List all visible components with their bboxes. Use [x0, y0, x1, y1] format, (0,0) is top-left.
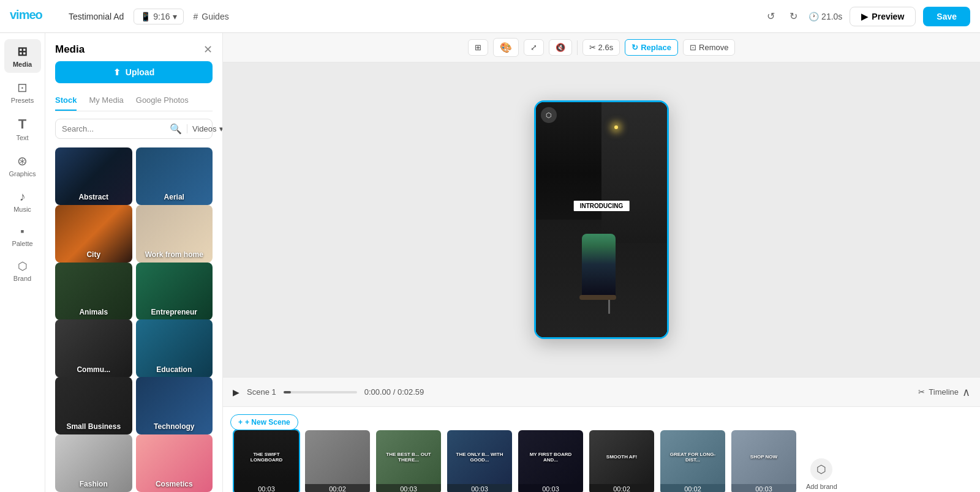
sidebar-item-text[interactable]: T Text	[4, 111, 41, 146]
scene-4-time: 00:03	[447, 484, 512, 493]
text-icon: T	[18, 116, 26, 132]
mute-icon: 🔇	[556, 43, 565, 52]
expand-icon: ⤢	[530, 43, 537, 52]
tab-stock[interactable]: Stock	[55, 91, 77, 111]
tab-my-media[interactable]: My Media	[89, 91, 123, 111]
preview-button[interactable]: ▶ Preview	[850, 7, 916, 26]
canvas-area: ⊞ 🎨 ⤢ 🔇 ✂ 2.6s ↻ Replace ⊡ Remove	[223, 33, 980, 492]
undo-button[interactable]: ↺	[763, 7, 778, 26]
scene-label: Scene 1	[247, 387, 276, 397]
add-brand-button[interactable]: ⬡ Add brand	[801, 453, 842, 493]
layout-icon: ⊞	[475, 43, 481, 52]
upload-icon: ⬆	[113, 67, 121, 77]
videos-dropdown[interactable]: Videos ▾	[187, 124, 223, 133]
replace-icon: ↻	[631, 43, 638, 52]
layout-button[interactable]: ⊞	[468, 39, 488, 56]
mute-button[interactable]: 🔇	[549, 39, 572, 56]
music-icon: ♪	[20, 190, 26, 204]
category-technology[interactable]: Technology	[136, 377, 213, 434]
timeline-toggle-button[interactable]: ∧	[962, 386, 970, 399]
media-panel-close-button[interactable]: ✕	[203, 43, 213, 56]
color-button[interactable]: 🎨	[493, 38, 519, 57]
device-selector[interactable]: 📱 9:16 ▾	[134, 9, 183, 24]
play-button[interactable]: ▶	[233, 387, 239, 397]
media-panel-title: Media	[55, 43, 85, 56]
category-cosmetics[interactable]: Cosmetics	[136, 434, 213, 492]
category-animals[interactable]: Animals	[55, 263, 132, 320]
progress-fill	[284, 391, 291, 393]
palette-icon: ▪	[20, 225, 24, 238]
expand-button[interactable]: ⤢	[524, 39, 544, 56]
logo: vimeo	[10, 8, 54, 25]
remove-button[interactable]: ⊡ Remove	[683, 39, 735, 56]
category-aerial[interactable]: Aerial	[136, 147, 213, 205]
sidebar-item-graphics[interactable]: ⊛ Graphics	[4, 149, 41, 182]
tab-google-photos[interactable]: Google Photos	[136, 91, 189, 111]
svg-text:vimeo: vimeo	[10, 8, 43, 21]
scene-5[interactable]: MY FIRST BOARD AND... 00:03	[517, 429, 584, 493]
search-input[interactable]	[62, 124, 165, 133]
upload-button[interactable]: ⬆ Upload	[55, 61, 213, 83]
scene-8-time: 00:03	[731, 484, 796, 493]
brand-icon: ⬡	[18, 259, 28, 273]
category-education[interactable]: Education	[136, 319, 213, 377]
category-abstract[interactable]: Abstract	[55, 147, 132, 205]
replace-button[interactable]: ↻ Replace	[625, 39, 678, 56]
scene-7[interactable]: GREAT FOR LONG-DIST... 00:02	[659, 429, 726, 493]
canvas-main: INTRODUCING ⬡	[223, 62, 980, 377]
timeline-scenes: THE SWIFT LONGBOARD 00:03 00:02 T	[223, 400, 980, 493]
category-small-business[interactable]: Small Business	[55, 377, 132, 434]
clock-icon: 🕐	[809, 12, 819, 21]
topbar: vimeo Testimonial Ad 📱 9:16 ▾ # Guides ↺…	[0, 0, 980, 33]
scene-2[interactable]: 00:02	[304, 429, 371, 493]
sidebar-item-music[interactable]: ♪ Music	[4, 185, 41, 218]
scene-2-time: 00:02	[305, 484, 370, 493]
canvas-toolbar: ⊞ 🎨 ⤢ 🔇 ✂ 2.6s ↻ Replace ⊡ Remove	[223, 33, 980, 62]
scene-1-time: 00:03	[234, 484, 299, 493]
media-category-grid: Abstract Aerial City Work from home	[45, 144, 222, 492]
topbar-right: ↺ ↻ 🕐 21.0s ▶ Preview Save	[763, 7, 970, 26]
category-fashion[interactable]: Fashion	[55, 434, 132, 492]
play-icon: ▶	[861, 12, 868, 21]
sidebar-item-brand[interactable]: ⬡ Brand	[4, 255, 41, 287]
phone-frame: INTRODUCING ⬡	[534, 100, 669, 339]
scene-6-time: 00:02	[589, 484, 654, 493]
category-work-from-home[interactable]: Work from home	[136, 205, 213, 263]
scene-3[interactable]: THE BEST B... OUT THERE... 00:03	[375, 429, 442, 493]
redo-button[interactable]: ↻	[786, 7, 801, 26]
save-button[interactable]: Save	[923, 7, 970, 26]
remove-icon: ⊡	[690, 43, 696, 52]
cut-button[interactable]: ✂ 2.6s	[582, 39, 620, 56]
media-panel-header: Media ✕	[45, 33, 222, 61]
new-scene-area: + + New Scene	[230, 414, 298, 430]
new-scene-button[interactable]: + + New Scene	[230, 414, 298, 430]
scene-5-time: 00:03	[518, 484, 583, 493]
project-title: Testimonial Ad	[69, 12, 124, 21]
scene-4[interactable]: THE ONLY B... WITH GOOD... 00:03	[446, 429, 513, 493]
scene-6[interactable]: SMOOTH AF! 00:02	[588, 429, 655, 493]
scene-8[interactable]: SHOP NOW 00:03	[730, 429, 797, 493]
hash-icon: #	[194, 12, 198, 21]
guides-button[interactable]: # Guides	[194, 12, 229, 21]
scene-1[interactable]: THE SWIFT LONGBOARD 00:03	[233, 429, 300, 493]
phone-icon: 📱	[140, 12, 151, 21]
main-content: ⊞ Media ⊡ Presets T Text ⊛ Graphics ♪ Mu…	[0, 33, 980, 492]
presets-icon: ⊡	[17, 80, 28, 95]
scene-7-time: 00:02	[660, 484, 725, 493]
time-display: 0:00.00 / 0:02.59	[364, 387, 424, 397]
scissors-icon: ✂	[589, 43, 596, 52]
sidebar-item-palette[interactable]: ▪ Palette	[4, 220, 41, 252]
category-community[interactable]: Commu...	[55, 319, 132, 377]
sidebar-item-media[interactable]: ⊞ Media	[4, 39, 41, 73]
icon-sidebar: ⊞ Media ⊡ Presets T Text ⊛ Graphics ♪ Mu…	[0, 33, 45, 492]
phone-inner: INTRODUCING ⬡	[536, 102, 667, 337]
category-entrepreneur[interactable]: Entrepreneur	[136, 263, 213, 320]
bottom-timeline: + + New Scene THE SWIFT LONGBOARD 00:03	[223, 406, 980, 492]
media-search-bar: 🔍 Videos ▾	[55, 119, 213, 139]
category-city[interactable]: City	[55, 205, 132, 263]
sidebar-item-presets[interactable]: ⊡ Presets	[4, 75, 41, 109]
search-icon: 🔍	[170, 123, 182, 135]
progress-bar[interactable]	[284, 391, 357, 393]
graphics-icon: ⊛	[17, 154, 28, 168]
media-tabs: Stock My Media Google Photos	[55, 91, 213, 111]
